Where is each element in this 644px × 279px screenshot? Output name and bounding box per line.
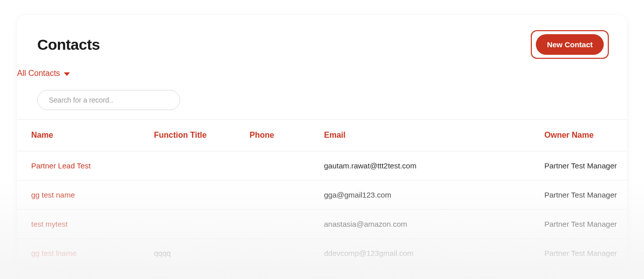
col-header-name[interactable]: Name xyxy=(17,131,154,140)
cell-owner-name: Partner Test Manager xyxy=(544,191,627,199)
new-contact-highlight: New Contact xyxy=(531,30,609,59)
cell-email: ddevcomp@123gmail.com xyxy=(324,249,544,257)
col-header-owner-name[interactable]: Owner Name xyxy=(544,131,627,140)
header-row: Contacts New Contact xyxy=(17,15,627,63)
cell-name[interactable]: gg test lname xyxy=(17,249,154,257)
table-row: test mytest anastasia@amazon.com Partner… xyxy=(17,210,627,239)
contacts-panel: Contacts New Contact All Contacts Name F… xyxy=(17,15,627,279)
cell-email: gautam.rawat@ttt2test.com xyxy=(324,161,544,170)
table-row: gg test name gga@gmail123.com Partner Te… xyxy=(17,180,627,210)
filter-row: All Contacts xyxy=(17,63,627,82)
table-row: Partner Lead Test gautam.rawat@ttt2test.… xyxy=(17,151,627,180)
cell-name[interactable]: test mytest xyxy=(17,220,154,228)
cell-email: gga@gmail123.com xyxy=(324,191,544,199)
cell-owner-name: Partner Test Manager xyxy=(544,220,627,228)
search-input[interactable] xyxy=(37,90,180,110)
table-header: Name Function Title Phone Email Owner Na… xyxy=(17,119,627,151)
col-header-function-title[interactable]: Function Title xyxy=(154,131,250,140)
contacts-table: Name Function Title Phone Email Owner Na… xyxy=(17,119,627,268)
cell-owner-name: Partner Test Manager xyxy=(544,249,627,257)
cell-owner-name: Partner Test Manager xyxy=(544,161,627,170)
filter-label: All Contacts xyxy=(17,69,60,78)
search-row xyxy=(17,82,627,119)
page-title: Contacts xyxy=(37,36,100,53)
table-row: gg test lname qqqq ddevcomp@123gmail.com… xyxy=(17,239,627,268)
caret-down-icon xyxy=(64,72,70,76)
filter-dropdown[interactable]: All Contacts xyxy=(17,65,70,82)
col-header-email[interactable]: Email xyxy=(324,131,544,140)
cell-name[interactable]: Partner Lead Test xyxy=(17,161,154,170)
cell-email: anastasia@amazon.com xyxy=(324,220,544,228)
cell-function-title: qqqq xyxy=(154,249,250,257)
col-header-phone[interactable]: Phone xyxy=(250,131,324,140)
new-contact-button[interactable]: New Contact xyxy=(536,34,604,55)
cell-name[interactable]: gg test name xyxy=(17,191,154,199)
